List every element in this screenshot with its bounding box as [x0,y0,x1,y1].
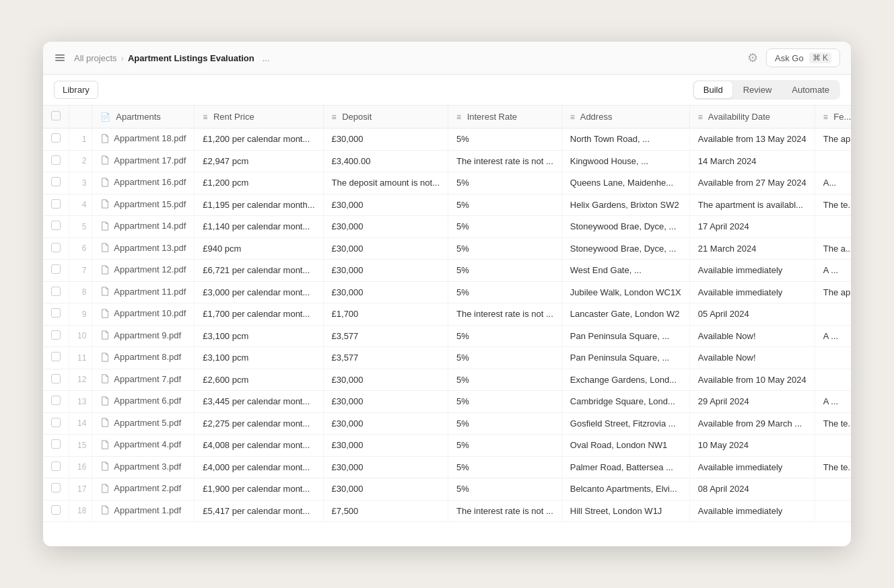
row-name[interactable]: Appartment 2.pdf [92,478,195,501]
table-row[interactable]: 4 Appartment 15.pdf £1,195 per calendar … [43,194,851,216]
row-name[interactable]: Appartment 1.pdf [92,500,195,522]
row-checkbox[interactable] [51,308,61,318]
row-deposit: £1,700 [323,303,448,326]
tab-build[interactable]: Build [694,81,732,98]
row-fee [815,150,851,172]
row-name[interactable]: Appartment 8.pdf [92,347,195,369]
row-checkbox[interactable] [51,243,61,252]
column-header-fee: ≡ Fe... [815,106,851,128]
table-row[interactable]: 16 Appartment 3.pdf £4,000 per calendar … [43,456,851,478]
table-row[interactable]: 2 Appartment 17.pdf £2,947 pcm £3,400.00… [43,150,851,172]
ask-go-button[interactable]: Ask Go ⌘ K [766,48,840,67]
row-address: Pan Peninsula Square, ... [561,347,689,369]
table-row[interactable]: 7 Appartment 12.pdf £6,721 per calendar … [43,260,851,282]
row-checkbox[interactable] [51,264,61,274]
table-row[interactable]: 8 Appartment 11.pdf £3,000 per calendar … [43,281,851,303]
row-name[interactable]: Appartment 15.pdf [92,194,195,216]
row-availability: Available from 10 May 2024 [689,369,815,391]
row-name[interactable]: Appartment 6.pdf [92,391,195,413]
table-row[interactable]: 3 Appartment 16.pdf £1,200 pcm The depos… [43,172,851,194]
row-name[interactable]: Appartment 7.pdf [92,369,195,391]
row-checkbox[interactable] [51,352,61,361]
row-deposit: £30,000 [323,128,448,151]
row-name[interactable]: Appartment 4.pdf [92,435,195,457]
table-row[interactable]: 13 Appartment 6.pdf £3,445 per calendar … [43,391,851,413]
table-row[interactable]: 6 Appartment 13.pdf £940 pcm £30,000 5% … [43,237,851,260]
row-name[interactable]: Appartment 16.pdf [92,172,195,194]
row-name[interactable]: Appartment 12.pdf [92,260,195,282]
row-name[interactable]: Appartment 9.pdf [92,325,195,347]
row-checkbox[interactable] [51,439,61,449]
row-checkbox[interactable] [51,199,61,209]
table-row[interactable]: 12 Appartment 7.pdf £2,600 pcm £30,000 5… [43,369,851,391]
table-row[interactable]: 10 Appartment 9.pdf £3,100 pcm £3,577 5%… [43,325,851,347]
row-checkbox[interactable] [51,396,61,405]
row-interest: 5% [448,237,562,260]
row-rent: £1,700 per calendar mont... [195,303,323,326]
row-number: 5 [69,216,92,238]
row-name[interactable]: Appartment 3.pdf [92,456,195,478]
table-row[interactable]: 14 Appartment 5.pdf £2,275 per calendar … [43,412,851,435]
row-name[interactable]: Appartment 10.pdf [92,303,195,326]
row-checkbox-cell [43,456,69,478]
row-fee: The ap... [815,128,851,151]
row-rent: £1,900 per calendar mont... [195,478,323,501]
row-checkbox[interactable] [51,287,61,296]
row-checkbox[interactable] [51,374,61,383]
row-address: Gosfield Street, Fitzrovia ... [561,412,689,435]
row-name[interactable]: Appartment 13.pdf [92,237,195,260]
more-options-button[interactable]: ... [259,52,274,65]
row-availability: Available Now! [689,325,815,347]
row-checkbox[interactable] [51,483,61,492]
row-fee: The te... [815,456,851,478]
sidebar-toggle-button[interactable] [54,52,66,64]
row-checkbox-cell [43,478,69,501]
row-availability: The apartment is availabl... [689,194,815,216]
row-checkbox-cell [43,216,69,238]
row-checkbox[interactable] [51,505,61,515]
row-checkbox-cell [43,281,69,303]
table-row[interactable]: 9 Appartment 10.pdf £1,700 per calendar … [43,303,851,326]
row-rent: £1,140 per calendar mont... [195,216,323,238]
row-checkbox[interactable] [51,330,61,340]
row-checkbox-cell [43,260,69,282]
row-number: 4 [69,194,92,216]
table-row[interactable]: 17 Appartment 2.pdf £1,900 per calendar … [43,478,851,501]
table-row[interactable]: 18 Appartment 1.pdf £5,417 per calendar … [43,500,851,522]
row-checkbox-cell [43,369,69,391]
library-button[interactable]: Library [54,81,98,99]
row-deposit: £3,577 [323,347,448,369]
table-row[interactable]: 11 Appartment 8.pdf £3,100 pcm £3,577 5%… [43,347,851,369]
row-checkbox[interactable] [51,462,61,471]
settings-icon[interactable]: ⚙ [747,50,758,65]
tab-automate[interactable]: Automate [782,81,839,98]
row-address: Pan Peninsula Square, ... [561,325,689,347]
row-deposit: £30,000 [323,391,448,413]
row-checkbox[interactable] [51,133,61,143]
row-checkbox-cell [43,128,69,151]
row-interest: 5% [448,325,562,347]
select-all-checkbox[interactable] [51,111,61,120]
row-rent: £1,200 pcm [195,172,323,194]
row-fee [815,478,851,501]
row-deposit: £30,000 [323,237,448,260]
row-name[interactable]: Appartment 17.pdf [92,150,195,172]
table-row[interactable]: 5 Appartment 14.pdf £1,140 per calendar … [43,216,851,238]
table-row[interactable]: 1 Appartment 18.pdf £1,200 per calendar … [43,128,851,151]
row-name[interactable]: Appartment 11.pdf [92,281,195,303]
row-interest: 5% [448,347,562,369]
row-rent: £3,000 per calendar mont... [195,281,323,303]
row-checkbox[interactable] [51,155,61,165]
list-icon-interest: ≡ [456,112,461,122]
row-fee: A ... [815,260,851,282]
row-name[interactable]: Appartment 18.pdf [92,128,195,151]
row-checkbox[interactable] [51,177,61,186]
row-name[interactable]: Appartment 5.pdf [92,412,195,435]
row-name[interactable]: Appartment 14.pdf [92,216,195,238]
table-row[interactable]: 15 Appartment 4.pdf £4,008 per calendar … [43,435,851,457]
tab-review[interactable]: Review [734,81,782,98]
row-deposit: £3,577 [323,325,448,347]
row-checkbox[interactable] [51,221,61,230]
row-checkbox[interactable] [51,418,61,427]
breadcrumb-home[interactable]: All projects [74,53,117,63]
